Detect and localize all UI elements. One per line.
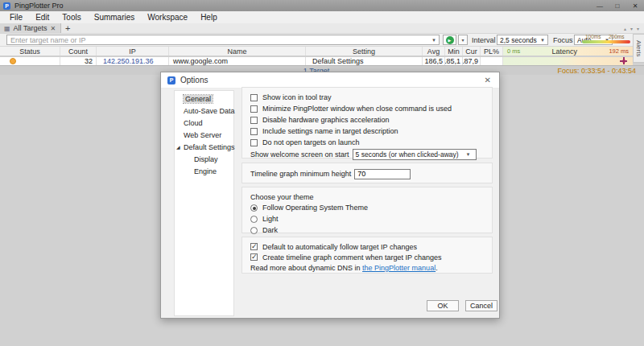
col-latency[interactable]: 0 ms Latency 192 ms [503, 47, 633, 56]
tab-all-targets[interactable]: ▦ All Targets ✕ [0, 23, 61, 33]
col-count[interactable]: Count [60, 47, 97, 56]
checkbox-checked-icon[interactable] [250, 243, 258, 250]
radio-icon[interactable] [250, 204, 258, 212]
dialog-title-bar: P Options ✕ [161, 72, 499, 89]
minimize-button[interactable]: — [591, 0, 609, 11]
start-trace-button[interactable]: ▶ [443, 35, 456, 45]
new-tab-button[interactable]: + [61, 23, 74, 33]
theme-group-title: Choose your theme [250, 192, 484, 202]
maximize-button[interactable]: □ [609, 0, 626, 11]
radio-label: Dark [262, 226, 278, 234]
checkbox-include-settings-name[interactable]: Include settings name in target descript… [250, 126, 484, 137]
tab-overflow-controls[interactable]: ▴▾▾ [624, 23, 644, 33]
checkbox-label: Show icon in tool tray [262, 93, 332, 101]
col-min[interactable]: Min [445, 47, 463, 56]
tree-item-general[interactable]: General [175, 93, 233, 105]
pingplotter-manual-link[interactable]: the PingPlotter manual [362, 264, 436, 272]
col-avg[interactable]: Avg [423, 47, 445, 56]
radio-icon[interactable] [250, 227, 258, 234]
radio-dark-theme[interactable]: Dark [250, 224, 484, 236]
dialog-title: Options [180, 76, 208, 84]
tree-expander-icon[interactable]: ◢ [176, 144, 180, 150]
focus-label: Focus [553, 36, 573, 44]
col-ip[interactable]: IP [97, 47, 169, 56]
ok-button[interactable]: OK [427, 300, 459, 311]
col-setting[interactable]: Setting [306, 47, 423, 56]
radio-label: Follow Operating System Theme [262, 204, 368, 212]
grid-icon: ▦ [4, 25, 10, 32]
ip-change-group: Default to automatically follow target I… [242, 237, 493, 274]
tab-close-icon[interactable]: ✕ [50, 25, 56, 32]
col-name[interactable]: Name [169, 47, 306, 56]
target-dropdown-icon[interactable]: ▾ [429, 37, 439, 43]
menu-help[interactable]: Help [194, 13, 224, 22]
radio-follow-os-theme[interactable]: Follow Operating System Theme [250, 202, 484, 213]
menu-workspace[interactable]: Workspace [141, 13, 194, 22]
interval-label: Interval [472, 36, 496, 44]
menu-bar: File Edit Tools Summaries Workspace Help [0, 11, 644, 23]
checkbox-follow-ip-changes[interactable]: Default to automatically follow target I… [250, 241, 484, 252]
col-cur[interactable]: Cur [463, 47, 481, 56]
checkbox-label: Disable hardware graphics acceleration [262, 116, 390, 124]
target-row-google[interactable]: 32 142.250.191.36 www.google.com Default… [0, 57, 633, 65]
checkbox-checked-icon[interactable] [250, 253, 258, 261]
status-cell [0, 57, 60, 65]
name-cell: www.google.com [169, 57, 306, 65]
checkbox-icon[interactable] [250, 117, 258, 124]
ip-cell[interactable]: 142.250.191.36 [97, 57, 169, 65]
checkbox-tool-tray[interactable]: Show icon in tool tray [250, 92, 484, 103]
tree-item-web-server[interactable]: Web Server [175, 129, 233, 141]
interval-select[interactable]: 2,5 seconds ▾ [497, 35, 548, 45]
play-icon: ▶ [446, 36, 454, 44]
targets-table-header: Status Count IP Name Setting Avg Min Cur… [0, 46, 633, 56]
tab-bar: ▦ All Targets ✕ + ▴▾▾ [0, 23, 644, 34]
radio-label: Light [262, 215, 279, 223]
latency-max-label: 192 ms [609, 47, 629, 55]
pingplotter-logo-icon: P [3, 2, 10, 10]
checkbox-label: Minimize PingPlotter window when close c… [262, 105, 452, 113]
timeline-height-input[interactable] [354, 169, 411, 179]
menu-file[interactable]: File [3, 13, 29, 22]
tree-item-engine[interactable]: Engine [175, 165, 233, 177]
checkbox-icon[interactable] [250, 105, 258, 113]
close-button[interactable]: ✕ [626, 0, 644, 11]
latency-scale-legend [582, 40, 630, 43]
cancel-button[interactable]: Cancel [465, 300, 497, 311]
checkbox-minimize-on-close[interactable]: Minimize PingPlotter window when close c… [250, 103, 484, 114]
start-options-dropdown[interactable]: ▾ [458, 35, 468, 45]
col-status[interactable]: Status [0, 47, 60, 56]
tree-item-auto-save-data[interactable]: Auto-Save Data [175, 105, 233, 117]
menu-edit[interactable]: Edit [29, 13, 56, 22]
general-options-group: Show icon in tool tray Minimize PingPlot… [242, 87, 493, 159]
timeline-height-group: Timeline graph minimum height [242, 163, 493, 183]
menu-summaries[interactable]: Summaries [88, 13, 142, 22]
radio-light-theme[interactable]: Light [250, 213, 484, 224]
pingplotter-logo-icon: P [167, 76, 175, 84]
checkbox-no-open-on-launch[interactable]: Do not open targets on launch [250, 137, 484, 148]
dns-info-text: Read more about dynamic DNS in [250, 264, 362, 272]
target-input-combo[interactable]: ▾ [6, 35, 440, 45]
checkbox-timeline-comment[interactable]: Create timeline graph comment when targe… [250, 252, 484, 262]
pl-cell [481, 57, 503, 65]
welcome-screen-select[interactable]: 5 seconds (or when clicked-away) ▾ [353, 149, 477, 160]
tree-item-cloud[interactable]: Cloud [175, 117, 233, 129]
interval-dropdown-icon: ▾ [538, 37, 547, 43]
dialog-close-icon[interactable]: ✕ [485, 76, 491, 84]
target-input[interactable] [7, 36, 429, 44]
col-pl[interactable]: PL% [481, 47, 503, 56]
ip-link[interactable]: 142.250.191.36 [103, 57, 154, 65]
checkbox-icon[interactable] [250, 94, 258, 101]
tree-item-default-settings[interactable]: ◢ Default Settings [175, 141, 233, 153]
radio-icon[interactable] [250, 216, 258, 223]
checkbox-disable-hw-accel[interactable]: Disable hardware graphics acceleration [250, 114, 484, 126]
checkbox-icon[interactable] [250, 139, 258, 146]
checkbox-label: Create timeline graph comment when targe… [262, 253, 441, 262]
alerts-side-tab[interactable]: Alerts [633, 34, 644, 63]
theme-group: Choose your theme Follow Operating Syste… [242, 187, 493, 233]
checkbox-label: Do not open targets on launch [262, 138, 360, 146]
tree-item-display[interactable]: Display [175, 153, 233, 165]
checkbox-icon[interactable] [250, 128, 258, 135]
title-bar: P PingPlotter Pro — □ ✕ [0, 0, 644, 11]
menu-tools[interactable]: Tools [56, 13, 87, 22]
options-dialog: P Options ✕ General Auto-Save Data Cloud… [160, 72, 500, 319]
